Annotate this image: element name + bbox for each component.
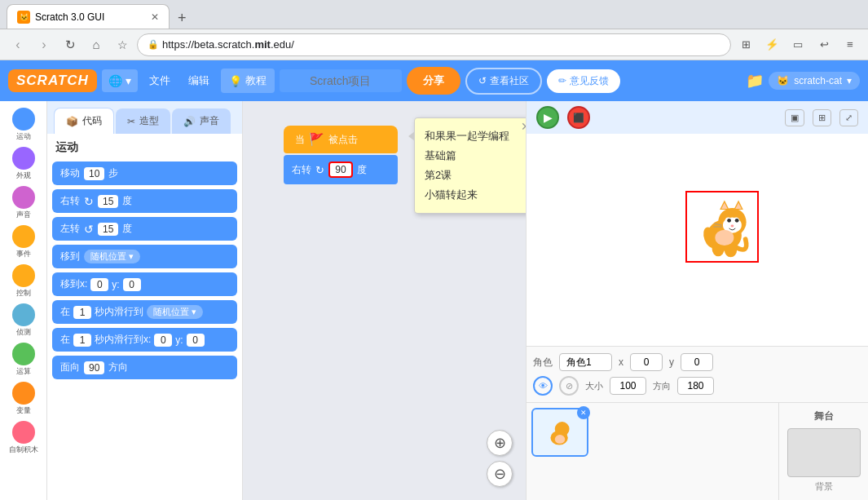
block-glide-random[interactable]: 在 1 秒内滑行到 随机位置 ▾ xyxy=(52,300,237,324)
scratch-navbar: SCRATCH 🌐 ▾ 文件 编辑 💡 教程 分享 ↺ 查看社区 ✏ 意见反馈 … xyxy=(0,60,868,101)
palette-container: 📦 代码 ✂ 造型 🔊 声音 运动 移动 10 步 xyxy=(47,101,243,500)
background-label: 背景 xyxy=(815,480,833,493)
menu-undo-button[interactable]: ↩ xyxy=(813,33,835,56)
popup-line-1[interactable]: 和果果一起学编程 xyxy=(425,126,522,146)
stage-medium-btn[interactable]: ⊞ xyxy=(813,109,831,126)
svg-point-10 xyxy=(735,219,739,223)
menu-more-button[interactable]: ≡ xyxy=(839,33,861,56)
nav-globe-button[interactable]: 🌐 ▾ xyxy=(102,69,138,92)
block-move-steps[interactable]: 移动 10 步 xyxy=(52,162,237,185)
size-label: 大小 xyxy=(585,380,603,392)
lock-icon: 🔒 xyxy=(148,39,159,50)
block-glide-xy[interactable]: 在 1 秒内滑行到x: 0 y: 0 xyxy=(52,328,237,352)
sprite-delete-badge[interactable]: ✕ xyxy=(577,406,590,419)
category-variables[interactable]: 变量 xyxy=(12,382,35,416)
stage-mini-preview xyxy=(787,428,861,477)
nav-star-button[interactable]: ☆ xyxy=(111,33,134,56)
sprite-on-stage[interactable] xyxy=(685,191,759,263)
folder-button[interactable]: 📁 xyxy=(746,72,764,90)
menu-tablet-button[interactable]: ▭ xyxy=(786,33,809,56)
code-block-stack[interactable]: 当 🚩 被点击 右转 ↻ 90 度 xyxy=(284,126,398,184)
popup-line-2[interactable]: 基础篇 xyxy=(425,146,522,166)
nav-forward-button[interactable]: › xyxy=(33,33,55,56)
block-go-to[interactable]: 移到 随机位置 ▾ xyxy=(52,245,237,268)
x-label: x xyxy=(619,356,623,368)
x-value-input[interactable] xyxy=(630,353,663,371)
block-face-direction[interactable]: 面向 90 方向 xyxy=(52,356,237,379)
block-go-to-xy[interactable]: 移到x: 0 y: 0 xyxy=(52,272,237,296)
svg-point-8 xyxy=(727,219,731,223)
category-custom[interactable]: 自制积木 xyxy=(9,421,38,455)
feedback-button[interactable]: ✏ 意见反馈 xyxy=(547,69,620,93)
tab-close-icon[interactable]: ✕ xyxy=(151,11,159,23)
scratch-logo[interactable]: SCRATCH xyxy=(8,69,97,92)
hat-block[interactable]: 当 🚩 被点击 xyxy=(284,126,398,153)
show-sprite-icon[interactable]: 👁 xyxy=(533,376,553,396)
category-operators[interactable]: 运算 xyxy=(12,343,35,377)
stage-section: ▶ ⬛ ▣ ⊞ ⤢ xyxy=(526,101,868,500)
y-value-input[interactable] xyxy=(681,353,713,371)
tab-code[interactable]: 📦 代码 xyxy=(54,108,114,134)
stage-small-btn[interactable]: ▣ xyxy=(785,109,804,126)
direction-label: 方向 xyxy=(653,380,671,392)
category-motion[interactable]: 运动 xyxy=(12,108,35,142)
sprite-thumb-svg xyxy=(541,416,579,449)
palette-title: 运动 xyxy=(52,140,237,155)
green-flag-button[interactable]: ▶ xyxy=(536,106,559,129)
scratch-content: 运动 外观 声音 事件 控制 侦测 xyxy=(0,101,868,500)
tab-costume[interactable]: ✂ 造型 xyxy=(116,108,170,134)
tab-title: Scratch 3.0 GUI xyxy=(35,11,104,23)
sprite-label: 角色 xyxy=(533,356,553,369)
zoom-out-button[interactable]: ⊖ xyxy=(487,461,513,487)
svg-point-20 xyxy=(555,435,565,444)
motion-value-input[interactable]: 90 xyxy=(328,162,353,178)
new-tab-button[interactable]: + xyxy=(170,7,195,29)
block-turn-left[interactable]: 左转 ↺ 15 度 xyxy=(52,217,237,241)
direction-input[interactable] xyxy=(677,377,714,395)
nav-home-button[interactable]: ⌂ xyxy=(85,33,108,56)
nav-file-button[interactable]: 文件 xyxy=(143,69,177,93)
project-name-input[interactable] xyxy=(280,69,402,92)
category-sensing[interactable]: 侦测 xyxy=(12,303,35,338)
menu-bolt-button[interactable]: ⚡ xyxy=(760,33,783,56)
size-input[interactable] xyxy=(610,377,646,395)
sprite-list-row: ✕ 舞台 背景 xyxy=(527,402,868,500)
hide-sprite-icon[interactable]: ⊘ xyxy=(559,376,579,396)
motion-block[interactable]: 右转 ↻ 90 度 xyxy=(284,155,398,184)
category-events[interactable]: 事件 xyxy=(12,225,35,259)
stage-panel-right: 舞台 背景 xyxy=(778,403,868,500)
y-label: y xyxy=(669,356,674,368)
nav-tutorial-button[interactable]: 💡 教程 xyxy=(221,69,275,93)
menu-grid-button[interactable]: ⊞ xyxy=(734,33,757,56)
nav-back-button[interactable]: ‹ xyxy=(7,33,29,56)
address-bar-row: ‹ › ↻ ⌂ ☆ 🔒 https://beta.scratch.mit.edu… xyxy=(0,29,868,60)
address-bar[interactable]: 🔒 https://beta.scratch.mit.edu/ xyxy=(137,33,731,56)
scratch-app: SCRATCH 🌐 ▾ 文件 编辑 💡 教程 分享 ↺ 查看社区 ✏ 意见反馈 … xyxy=(0,60,868,500)
code-area: 当 🚩 被点击 右转 ↻ 90 度 ✕ 和果果一起学编程 基础篇 第2课 xyxy=(243,101,526,500)
user-menu[interactable]: 🐱 scratch-cat ▾ xyxy=(769,72,860,90)
sprite-thumb-1[interactable]: ✕ xyxy=(531,408,588,457)
browser-tab-active[interactable]: 🐱 Scratch 3.0 GUI ✕ xyxy=(7,4,170,29)
popup-close-icon[interactable]: ✕ xyxy=(521,120,526,133)
stage-fullscreen-btn[interactable]: ⤢ xyxy=(839,109,858,126)
popup-line-4[interactable]: 小猫转起来 xyxy=(425,185,522,205)
block-turn-right[interactable]: 右转 ↻ 15 度 xyxy=(52,189,237,213)
category-looks[interactable]: 外观 xyxy=(12,147,35,181)
category-control[interactable]: 控制 xyxy=(12,264,35,299)
sprite-svg xyxy=(687,191,757,263)
stop-button[interactable]: ⬛ xyxy=(567,106,590,129)
popup-triangle xyxy=(408,131,415,141)
stage-canvas xyxy=(527,134,868,346)
stage-controls: ▶ ⬛ ▣ ⊞ ⤢ xyxy=(527,101,868,134)
sprite-name-input[interactable] xyxy=(559,353,612,371)
nav-refresh-button[interactable]: ↻ xyxy=(59,33,82,56)
tab-sound[interactable]: 🔊 声音 xyxy=(172,108,231,134)
scratch-tabs: 📦 代码 ✂ 造型 🔊 声音 xyxy=(47,101,242,134)
zoom-in-button[interactable]: ⊕ xyxy=(487,430,513,456)
nav-edit-button[interactable]: 编辑 xyxy=(182,69,216,93)
svg-point-17 xyxy=(715,230,734,246)
popup-line-3[interactable]: 第2课 xyxy=(425,166,522,185)
community-button[interactable]: ↺ 查看社区 xyxy=(465,68,542,95)
category-sound[interactable]: 声音 xyxy=(12,186,35,220)
share-button[interactable]: 分享 xyxy=(407,67,460,95)
